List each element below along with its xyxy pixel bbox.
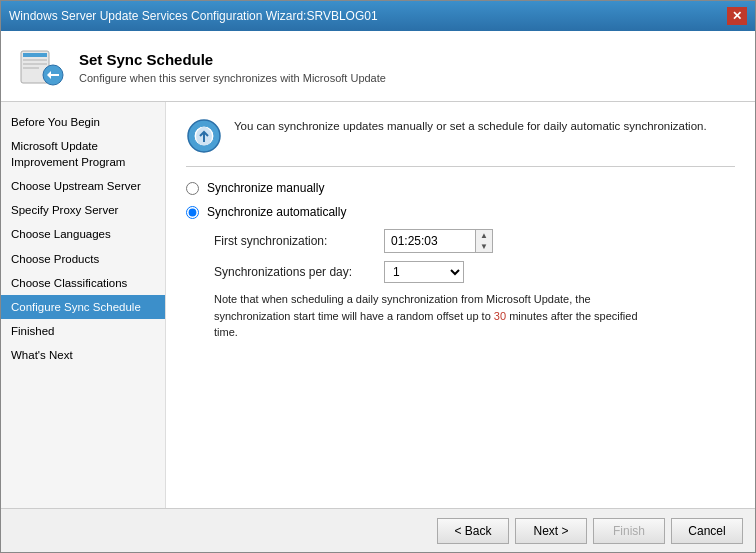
svg-rect-3	[23, 63, 47, 65]
per-day-row: Synchronizations per day: 1 2 3 4 6 8 12…	[214, 261, 735, 283]
sidebar-item-whats-next[interactable]: What's Next	[1, 343, 165, 367]
sidebar-item-sync-schedule[interactable]: Configure Sync Schedule	[1, 295, 165, 319]
radio-group: Synchronize manually Synchronize automat…	[186, 181, 735, 341]
next-button[interactable]: Next >	[515, 518, 587, 544]
content-panel: You can synchronize updates manually or …	[166, 102, 755, 508]
sidebar-item-microsoft-update[interactable]: Microsoft UpdateImprovement Program	[1, 134, 165, 174]
sync-auto-option[interactable]: Synchronize automatically	[186, 205, 735, 219]
close-button[interactable]: ✕	[727, 7, 747, 25]
time-input-wrapper: ▲ ▼	[384, 229, 493, 253]
first-sync-row: First synchronization: ▲ ▼	[214, 229, 735, 253]
header-section: Set Sync Schedule Configure when this se…	[1, 31, 755, 102]
title-bar: Windows Server Update Services Configura…	[1, 1, 755, 31]
main-body: Before You Begin Microsoft UpdateImprove…	[1, 102, 755, 508]
header-text: Set Sync Schedule Configure when this se…	[79, 51, 386, 84]
sidebar-item-proxy-server[interactable]: Specify Proxy Server	[1, 198, 165, 222]
content-area: Set Sync Schedule Configure when this se…	[1, 31, 755, 552]
wizard-window: Windows Server Update Services Configura…	[0, 0, 756, 553]
info-icon	[186, 118, 222, 154]
back-button[interactable]: < Back	[437, 518, 509, 544]
info-box: You can synchronize updates manually or …	[186, 118, 735, 167]
note-highlight: 30	[494, 310, 506, 322]
note-text: Note that when scheduling a daily synchr…	[214, 291, 654, 341]
info-description: You can synchronize updates manually or …	[234, 118, 707, 135]
sidebar-item-finished[interactable]: Finished	[1, 319, 165, 343]
sidebar-item-before-you-begin[interactable]: Before You Begin	[1, 110, 165, 134]
sync-options: First synchronization: ▲ ▼ Synchronizati…	[214, 229, 735, 341]
sync-manually-option[interactable]: Synchronize manually	[186, 181, 735, 195]
cancel-button[interactable]: Cancel	[671, 518, 743, 544]
finish-button[interactable]: Finish	[593, 518, 665, 544]
svg-rect-2	[23, 59, 47, 61]
time-spin-up[interactable]: ▲	[476, 230, 492, 241]
sidebar: Before You Begin Microsoft UpdateImprove…	[1, 102, 166, 508]
sync-manually-radio[interactable]	[186, 182, 199, 195]
time-spin-down[interactable]: ▼	[476, 241, 492, 252]
sync-auto-label[interactable]: Synchronize automatically	[207, 205, 346, 219]
footer: < Back Next > Finish Cancel	[1, 508, 755, 552]
header-icon	[17, 43, 65, 91]
spin-buttons: ▲ ▼	[475, 230, 492, 252]
page-subtitle: Configure when this server synchronizes …	[79, 72, 386, 84]
sync-manually-label[interactable]: Synchronize manually	[207, 181, 324, 195]
page-title: Set Sync Schedule	[79, 51, 386, 68]
first-sync-label: First synchronization:	[214, 234, 384, 248]
sidebar-item-upstream-server[interactable]: Choose Upstream Server	[1, 174, 165, 198]
sync-auto-radio[interactable]	[186, 206, 199, 219]
sidebar-item-products[interactable]: Choose Products	[1, 247, 165, 271]
sidebar-item-classifications[interactable]: Choose Classifications	[1, 271, 165, 295]
per-day-select[interactable]: 1 2 3 4 6 8 12 24	[384, 261, 464, 283]
window-title: Windows Server Update Services Configura…	[9, 9, 378, 23]
first-sync-input[interactable]	[385, 232, 475, 250]
per-day-label: Synchronizations per day:	[214, 265, 384, 279]
svg-rect-1	[23, 53, 47, 57]
sidebar-item-languages[interactable]: Choose Languages	[1, 222, 165, 246]
svg-rect-4	[23, 67, 39, 69]
